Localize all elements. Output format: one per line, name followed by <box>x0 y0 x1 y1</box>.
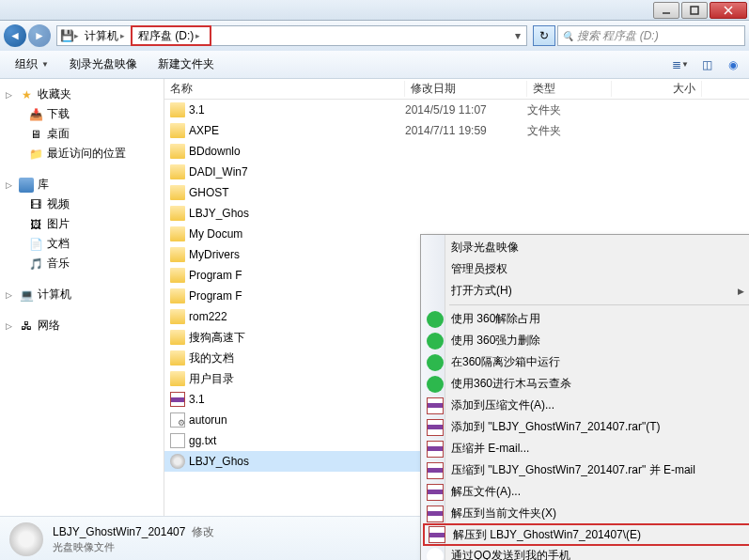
file-name: 搜狗高速下 <box>189 330 245 346</box>
file-name: Program F <box>189 289 242 303</box>
col-date[interactable]: 修改日期 <box>405 81 527 97</box>
context-menu: 刻录光盘映像管理员授权打开方式(H)▶使用 360解除占用使用 360强力删除在… <box>420 234 749 560</box>
txt-icon <box>170 433 185 448</box>
window-titlebar <box>0 0 749 21</box>
360-icon <box>427 311 444 328</box>
preview-pane-button[interactable]: ◫ <box>696 55 717 74</box>
favorites-group[interactable]: ▷★收藏夹 <box>4 85 160 104</box>
iso-icon <box>170 454 185 469</box>
sidebar-item-downloads[interactable]: 📥下载 <box>4 104 160 124</box>
crumb-computer[interactable]: 计算机 ▸ <box>79 26 131 45</box>
crumb-drive[interactable]: 程序盘 (D:) ▸ <box>131 25 211 46</box>
context-menu-label: 通过QQ发送到我的手机 <box>451 548 570 560</box>
folder-icon <box>170 123 185 138</box>
file-name: rom222 <box>189 310 227 323</box>
document-icon: 📄 <box>28 237 43 252</box>
file-name: DADI_Win7 <box>189 165 248 179</box>
close-button[interactable] <box>710 2 747 19</box>
folder-icon <box>170 309 185 324</box>
sidebar-item-desktop[interactable]: 🖥桌面 <box>4 124 160 144</box>
view-options-button[interactable]: ≣ ▼ <box>670 55 691 74</box>
rar-icon <box>427 462 444 479</box>
address-dropdown-icon[interactable]: ▾ <box>511 29 524 42</box>
file-row[interactable]: DADI_Win7 <box>164 162 749 182</box>
new-folder-button[interactable]: 新建文件夹 <box>148 54 224 75</box>
sidebar-item-recent[interactable]: 📁最近访问的位置 <box>4 144 160 163</box>
context-menu-item[interactable]: 添加到 "LBJY_GhostWin7_201407.rar"(T) <box>423 416 749 438</box>
libraries-group[interactable]: ▷库 <box>4 175 160 194</box>
submenu-arrow-icon: ▶ <box>738 287 744 296</box>
sidebar-item-documents[interactable]: 📄文档 <box>4 234 160 254</box>
context-menu-item[interactable]: 使用 360强力删除 <box>423 330 749 351</box>
library-icon <box>19 178 34 193</box>
context-menu-item[interactable]: 解压到当前文件夹(X) <box>423 503 749 524</box>
context-menu-separator <box>449 304 749 305</box>
refresh-button[interactable]: ↻ <box>533 25 555 46</box>
navigation-tree: ▷★收藏夹 📥下载 🖥桌面 📁最近访问的位置 ▷库 🎞视频 🖼图片 📄文档 🎵音… <box>0 79 164 516</box>
file-name: 3.1 <box>189 393 205 406</box>
folder-icon <box>170 206 185 221</box>
minimize-button[interactable] <box>653 2 679 19</box>
star-icon: ★ <box>19 87 34 102</box>
context-menu-item[interactable]: 在360隔离沙箱中运行 <box>423 351 749 373</box>
file-name: 用户目录 <box>189 371 234 387</box>
file-row[interactable]: GHOST <box>164 182 749 203</box>
search-input[interactable]: 🔍 搜索 程序盘 (D:) <box>557 25 745 46</box>
context-menu-item[interactable]: 管理员授权 <box>423 258 749 280</box>
sidebar-item-music[interactable]: 🎵音乐 <box>4 254 160 273</box>
svg-rect-1 <box>691 7 698 14</box>
context-menu-item[interactable]: 刻录光盘映像 <box>423 237 749 258</box>
file-name: 3.1 <box>189 103 205 117</box>
details-meta-label: 修改 <box>192 525 214 538</box>
context-menu-item[interactable]: 通过QQ发送到我的手机 <box>423 545 749 560</box>
computer-group[interactable]: ▷💻计算机 <box>4 285 160 304</box>
context-menu-item[interactable]: 使用 360解除占用 <box>423 308 749 330</box>
rar-icon <box>170 392 185 407</box>
maximize-button[interactable] <box>681 2 708 19</box>
context-menu-item[interactable]: 打开方式(H)▶ <box>423 280 749 302</box>
picture-icon: 🖼 <box>28 217 43 232</box>
context-menu-item[interactable]: 添加到压缩文件(A)... <box>423 395 749 416</box>
file-row[interactable]: LBJY_Ghos <box>164 203 749 224</box>
sidebar-item-pictures[interactable]: 🖼图片 <box>4 214 160 234</box>
file-row[interactable]: 3.12014/5/19 11:07文件夹 <box>164 100 749 120</box>
folder-icon <box>170 371 185 386</box>
help-button[interactable]: ◉ <box>723 55 743 74</box>
file-date: 2014/7/11 19:59 <box>405 124 527 137</box>
col-name[interactable]: 名称 <box>164 81 405 97</box>
context-menu-label: 压缩并 E-mail... <box>451 441 529 457</box>
file-name: GHOST <box>189 186 229 199</box>
details-filetype: 光盘映像文件 <box>53 540 214 554</box>
context-menu-item[interactable]: 解压文件(A)... <box>423 481 749 503</box>
forward-button[interactable]: ► <box>28 24 51 47</box>
context-menu-label: 使用 360强力删除 <box>451 333 540 349</box>
sidebar-item-videos[interactable]: 🎞视频 <box>4 194 160 214</box>
rar-icon <box>427 506 444 522</box>
context-menu-label: 刻录光盘映像 <box>451 240 519 256</box>
folder-icon <box>170 268 185 283</box>
file-pane: 名称 修改日期 类型 大小 3.12014/5/19 11:07文件夹AXPE2… <box>164 79 749 516</box>
folder-icon <box>170 350 185 366</box>
address-bar[interactable]: 💾 ▸ 计算机 ▸ 程序盘 (D:) ▸ ▾ <box>56 25 527 46</box>
context-menu-label: 压缩到 "LBJY_GhostWin7_201407.rar" 并 E-mail <box>451 462 695 478</box>
network-group[interactable]: ▷🖧网络 <box>4 316 160 335</box>
context-menu-item[interactable]: 压缩并 E-mail... <box>423 438 749 459</box>
file-name: LBJY_Ghos <box>189 455 249 468</box>
col-type[interactable]: 类型 <box>527 81 612 97</box>
back-button[interactable]: ◄ <box>4 24 26 47</box>
context-menu-item[interactable]: 解压到 LBJY_GhostWin7_201407\(E) <box>423 523 749 546</box>
file-name: AXPE <box>189 124 219 137</box>
organize-button[interactable]: 组织 ▼ <box>6 54 58 75</box>
downloads-icon: 📥 <box>28 107 43 122</box>
context-menu-label: 解压到 LBJY_GhostWin7_201407\(E) <box>453 527 641 543</box>
context-menu-label: 解压文件(A)... <box>451 484 521 500</box>
details-file-icon <box>9 522 43 556</box>
context-menu-item[interactable]: 使用360进行木马云查杀 <box>423 373 749 395</box>
search-icon: 🔍 <box>562 31 573 41</box>
context-menu-item[interactable]: 压缩到 "LBJY_GhostWin7_201407.rar" 并 E-mail <box>423 459 749 481</box>
col-size[interactable]: 大小 <box>612 81 702 97</box>
file-row[interactable]: AXPE2014/7/11 19:59文件夹 <box>164 120 749 141</box>
file-row[interactable]: BDdownlo <box>164 141 749 162</box>
recent-icon: 📁 <box>28 147 43 162</box>
burn-image-button[interactable]: 刻录光盘映像 <box>60 54 147 75</box>
